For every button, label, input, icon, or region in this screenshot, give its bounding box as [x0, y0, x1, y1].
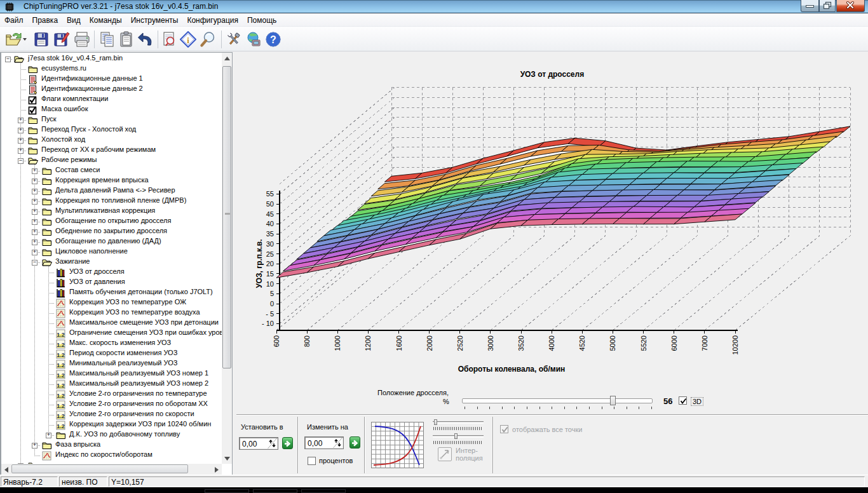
- svg-text:- 10: - 10: [262, 320, 274, 327]
- svg-text:4000: 4000: [548, 335, 555, 351]
- svg-text:2520: 2520: [456, 335, 464, 351]
- svg-text:35: 35: [266, 230, 274, 238]
- svg-text:1.2: 1.2: [57, 423, 65, 429]
- svg-text:5: 5: [270, 290, 274, 297]
- svg-text:Обороты коленвала, об/мин: Обороты коленвала, об/мин: [458, 365, 566, 374]
- svg-text:1.2: 1.2: [57, 362, 65, 368]
- svg-text:1.2: 1.2: [57, 413, 65, 419]
- svg-text:1.2: 1.2: [57, 393, 65, 399]
- svg-text:40: 40: [266, 220, 274, 227]
- svg-text:15: 15: [266, 270, 274, 278]
- svg-text:4520: 4520: [578, 335, 586, 351]
- svg-text:УОЗ, гр.п.к.в.: УОЗ, гр.п.к.в.: [255, 240, 264, 288]
- svg-text:7000: 7000: [701, 335, 709, 351]
- svg-text:600: 600: [273, 335, 280, 347]
- svg-text:55: 55: [266, 190, 274, 198]
- svg-text:0: 0: [270, 300, 274, 307]
- svg-text:10: 10: [266, 280, 274, 288]
- svg-text:УОЗ от дросселя: УОЗ от дросселя: [520, 70, 584, 79]
- svg-text:?: ?: [270, 34, 276, 45]
- svg-text:50: 50: [266, 200, 274, 208]
- svg-text:10200: 10200: [731, 335, 739, 355]
- svg-text:1.2: 1.2: [57, 372, 65, 379]
- svg-text:45: 45: [266, 210, 274, 218]
- svg-text:1200: 1200: [364, 335, 372, 351]
- svg-text:20: 20: [266, 260, 274, 267]
- svg-text:1.2: 1.2: [57, 332, 65, 338]
- svg-text:1.2: 1.2: [57, 352, 65, 358]
- svg-text:1.2: 1.2: [57, 403, 65, 409]
- svg-text:i: i: [187, 36, 189, 45]
- svg-text:2000: 2000: [426, 335, 433, 351]
- svg-text:1000: 1000: [334, 335, 341, 351]
- svg-text:6000: 6000: [670, 335, 678, 351]
- svg-text:1600: 1600: [395, 335, 403, 351]
- svg-text:25: 25: [266, 250, 274, 258]
- svg-text:- 5: - 5: [266, 310, 274, 318]
- svg-text:3520: 3520: [517, 335, 525, 351]
- svg-text:1.2: 1.2: [57, 342, 65, 348]
- svg-text:5520: 5520: [640, 335, 648, 351]
- svg-text:5000: 5000: [609, 335, 616, 351]
- svg-text:3000: 3000: [487, 335, 494, 351]
- svg-text:800: 800: [303, 335, 311, 347]
- svg-text:1.2: 1.2: [57, 382, 65, 389]
- svg-text:30: 30: [266, 240, 274, 248]
